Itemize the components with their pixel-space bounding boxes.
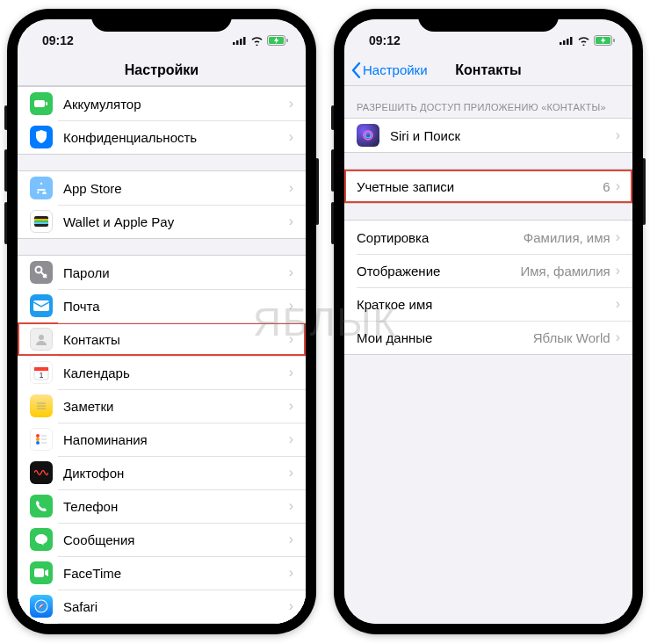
status-bar: 09:12 xyxy=(344,19,632,54)
chevron-right-icon: › xyxy=(289,331,293,347)
nav-back-button[interactable]: Настройки xyxy=(351,62,428,78)
row-label: Сортировка xyxy=(357,230,524,245)
notes-icon xyxy=(30,394,53,417)
row-display[interactable]: Отображение Имя, фамилия › xyxy=(344,254,632,287)
row-label: Safari xyxy=(63,599,289,614)
chevron-right-icon: › xyxy=(616,127,620,143)
row-label: App Store xyxy=(63,181,289,196)
settings-list[interactable]: Аккумулятор › Конфиденциальность › App xyxy=(18,86,306,624)
status-time: 09:12 xyxy=(369,33,401,47)
row-messages[interactable]: Сообщения › xyxy=(18,523,306,556)
row-battery[interactable]: Аккумулятор › xyxy=(18,87,306,120)
svg-rect-2 xyxy=(240,39,242,45)
chevron-right-icon: › xyxy=(289,532,293,547)
row-label: Телефон xyxy=(63,499,289,514)
calendar-icon: 1 xyxy=(30,361,53,384)
row-label: Диктофон xyxy=(63,466,289,481)
row-label: Учетные записи xyxy=(357,179,603,194)
iphone-frame-right: 09:12 Настройки Контакты РАЗРЕШИТ xyxy=(334,9,643,634)
svg-point-15 xyxy=(39,335,44,340)
row-detail: Яблык World xyxy=(533,330,610,345)
row-label: Отображение xyxy=(357,264,520,279)
nav-title: Контакты xyxy=(455,62,521,78)
chevron-right-icon: › xyxy=(289,365,293,380)
chevron-right-icon: › xyxy=(616,296,620,312)
battery-icon xyxy=(594,35,615,46)
chevron-right-icon: › xyxy=(616,263,620,279)
row-stocks[interactable]: Акции › xyxy=(18,623,306,624)
row-label: Мои данные xyxy=(357,330,533,345)
signal-icon xyxy=(233,36,247,45)
chevron-right-icon: › xyxy=(616,178,620,194)
chevron-right-icon: › xyxy=(289,465,293,481)
svg-point-23 xyxy=(36,438,40,441)
row-label: Аккумулятор xyxy=(63,97,289,112)
row-label: Календарь xyxy=(63,365,289,380)
chevron-right-icon: › xyxy=(289,398,293,414)
chevron-right-icon: › xyxy=(616,229,620,245)
row-facetime[interactable]: FaceTime › xyxy=(18,556,306,590)
nav-bar: Настройки Контакты xyxy=(344,54,632,86)
row-detail: Имя, фамилия xyxy=(520,264,610,279)
chevron-right-icon: › xyxy=(289,298,293,314)
row-calendar[interactable]: 1 Календарь › xyxy=(18,356,306,389)
chevron-right-icon: › xyxy=(289,129,293,145)
row-detail: Фамилия, имя xyxy=(524,230,610,245)
wifi-icon xyxy=(577,36,590,46)
nav-title: Настройки xyxy=(125,62,199,78)
row-passwords[interactable]: Пароли › xyxy=(18,256,306,289)
row-siri[interactable]: Siri и Поиск › xyxy=(344,119,632,152)
nav-bar: Настройки xyxy=(18,54,306,86)
svg-rect-12 xyxy=(34,222,48,224)
reminders-icon xyxy=(30,428,53,451)
nav-back-label: Настройки xyxy=(363,62,428,77)
row-mydata[interactable]: Мои данные Яблык World › xyxy=(344,321,632,354)
chevron-right-icon: › xyxy=(289,180,293,196)
chevron-right-icon: › xyxy=(616,329,620,345)
svg-rect-0 xyxy=(233,42,235,45)
row-accounts[interactable]: Учетные записи 6 › xyxy=(344,170,632,203)
svg-rect-35 xyxy=(567,39,569,45)
contacts-settings[interactable]: РАЗРЕШИТЬ ДОСТУП ПРИЛОЖЕНИЮ «КОНТАКТЫ» S… xyxy=(344,86,632,624)
svg-point-22 xyxy=(36,434,40,438)
key-icon xyxy=(30,261,53,284)
row-label: Siri и Поиск xyxy=(390,128,616,143)
row-contacts[interactable]: Контакты › xyxy=(18,322,306,356)
row-phone[interactable]: Телефон › xyxy=(18,489,306,523)
svg-rect-36 xyxy=(570,37,573,45)
chevron-right-icon: › xyxy=(289,498,293,514)
status-icons xyxy=(560,35,615,46)
svg-rect-33 xyxy=(560,42,562,45)
row-privacy[interactable]: Конфиденциальность › xyxy=(18,120,306,154)
svg-rect-34 xyxy=(563,40,566,45)
row-label: Сообщения xyxy=(63,532,289,547)
status-bar: 09:12 xyxy=(18,19,306,54)
svg-rect-1 xyxy=(236,40,239,45)
row-wallet[interactable]: Wallet и Apple Pay › xyxy=(18,205,306,238)
privacy-icon xyxy=(30,126,53,148)
svg-rect-8 xyxy=(46,102,47,105)
svg-rect-10 xyxy=(34,219,48,221)
row-detail: 6 xyxy=(603,179,610,194)
status-time: 09:12 xyxy=(42,33,74,47)
row-label: Wallet и Apple Pay xyxy=(63,214,289,229)
row-label: Краткое имя xyxy=(357,297,616,312)
row-sort[interactable]: Сортировка Фамилия, имя › xyxy=(344,221,632,254)
row-safari[interactable]: Safari › xyxy=(18,590,306,623)
phone-icon xyxy=(30,495,53,517)
row-label: Заметки xyxy=(63,399,289,414)
iphone-frame-left: 09:12 Настройки xyxy=(7,9,316,634)
row-mail[interactable]: Почта › xyxy=(18,289,306,322)
row-label: Напоминания xyxy=(63,432,289,447)
row-label: FaceTime xyxy=(63,566,289,581)
row-reminders[interactable]: Напоминания › xyxy=(18,423,306,456)
row-appstore[interactable]: App Store › xyxy=(18,171,306,205)
svg-point-24 xyxy=(36,441,40,445)
voicememos-icon xyxy=(30,461,53,484)
svg-rect-7 xyxy=(34,100,45,107)
contacts-icon xyxy=(30,328,53,351)
row-notes[interactable]: Заметки › xyxy=(18,389,306,423)
svg-point-41 xyxy=(365,133,371,138)
row-voicememos[interactable]: Диктофон › xyxy=(18,456,306,489)
row-shortname[interactable]: Краткое имя › xyxy=(344,287,632,321)
